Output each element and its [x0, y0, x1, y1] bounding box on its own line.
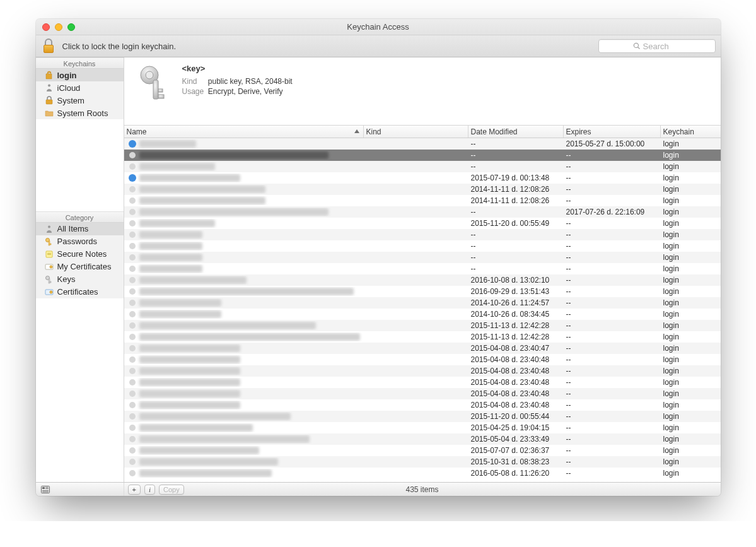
col-expires[interactable]: Expires: [564, 126, 661, 138]
sidebar-keychains-header: Keychains: [36, 57, 124, 69]
table-row[interactable]: 2015-07-07 d. 02:36:37--login: [124, 445, 721, 456]
table-row[interactable]: 2015-07-19 d. 00:13:48--login: [124, 172, 721, 184]
table-row[interactable]: ----login: [124, 150, 721, 161]
redacted-name: [139, 322, 316, 329]
table-row[interactable]: 2015-10-31 d. 08:38:23--login: [124, 456, 721, 468]
table-row[interactable]: 2016-05-08 d. 11:26:20--login: [124, 468, 721, 479]
col-date-modified[interactable]: Date Modified: [468, 126, 564, 138]
lock-hint-text: Click to lock the login keychain.: [62, 42, 592, 51]
cell-date-modified: --: [468, 264, 564, 273]
redacted-name: [139, 458, 278, 466]
table-row[interactable]: 2015-11-20 d. 00:55:44--login: [124, 411, 721, 422]
cell-date-modified: --: [468, 208, 564, 216]
table-row[interactable]: 2014-10-26 d. 08:34:45--login: [124, 309, 721, 320]
table-row[interactable]: 2015-05-04 d. 23:33:49--login: [124, 433, 721, 445]
cell-keychain: login: [661, 298, 721, 307]
redacted-name: [139, 151, 329, 159]
table-row[interactable]: --2017-07-26 d. 22:16:09login: [124, 206, 721, 218]
category-item-my-certificates[interactable]: My Certificates: [36, 261, 124, 273]
table-row[interactable]: ----login: [124, 263, 721, 274]
table-row[interactable]: ----login: [124, 229, 721, 240]
statusbar-left: [36, 483, 124, 496]
svg-rect-8: [47, 254, 51, 255]
category-item-keys[interactable]: Keys: [36, 273, 124, 286]
table-row[interactable]: 2016-10-08 d. 13:02:10--login: [124, 274, 721, 286]
redacted-name: [139, 344, 240, 352]
svg-rect-18: [153, 80, 158, 99]
keychain-item-login[interactable]: login: [36, 69, 124, 81]
redacted-name: [139, 288, 354, 295]
cell-keychain: login: [661, 276, 721, 285]
figure-icon: [45, 83, 54, 92]
table-row[interactable]: 2015-04-08 d. 23:40:48--login: [124, 388, 721, 399]
table-row[interactable]: --2015-05-27 d. 15:00:00login: [124, 138, 721, 150]
table-row[interactable]: 2015-04-08 d. 23:40:48--login: [124, 354, 721, 365]
svg-point-24: [129, 174, 136, 182]
table-row[interactable]: 2014-11-11 d. 12:08:26--login: [124, 195, 721, 206]
svg-point-49: [129, 459, 136, 465]
svg-rect-53: [45, 487, 49, 488]
cell-expires: --: [564, 457, 661, 466]
cell-date-modified: 2015-04-08 d. 23:40:47: [468, 344, 564, 353]
row-item-icon: [128, 196, 137, 205]
redacted-name: [139, 424, 253, 432]
redacted-name: [139, 140, 196, 148]
redacted-name: [139, 333, 360, 341]
col-name[interactable]: Name: [124, 126, 364, 138]
svg-rect-5: [50, 244, 51, 245]
table-row[interactable]: 2016-09-29 d. 13:51:43--login: [124, 286, 721, 297]
svg-point-2: [48, 225, 50, 228]
svg-rect-54: [45, 488, 49, 489]
row-item-icon: [128, 332, 137, 341]
keychain-item-icloud[interactable]: iCloud: [36, 81, 124, 94]
category-item-passwords[interactable]: Passwords: [36, 235, 124, 248]
window-title: Keychain Access: [36, 22, 721, 32]
svg-point-41: [129, 368, 136, 374]
cell-keychain: login: [661, 378, 721, 387]
table-row[interactable]: 2015-04-25 d. 19:04:15--login: [124, 422, 721, 433]
table-row[interactable]: ----login: [124, 252, 721, 263]
lock-keychain-button[interactable]: [41, 38, 56, 54]
row-item-icon: [128, 264, 137, 273]
sidebar: Keychains loginiCloudSystemSystem Roots …: [36, 57, 124, 482]
table-row[interactable]: ----login: [124, 240, 721, 252]
table-row[interactable]: 2015-11-13 d. 12:42:28--login: [124, 331, 721, 343]
copy-button[interactable]: Copy: [159, 485, 184, 495]
table-row[interactable]: 2015-04-08 d. 23:40:48--login: [124, 365, 721, 377]
detail-kind-label: Kind: [182, 77, 206, 86]
keychain-item-system[interactable]: System: [36, 94, 124, 107]
table-row[interactable]: 2015-11-13 d. 12:42:28--login: [124, 320, 721, 331]
table-row[interactable]: 2015-04-08 d. 23:40:48--login: [124, 399, 721, 411]
cell-date-modified: 2016-10-08 d. 13:02:10: [468, 276, 564, 285]
search-input[interactable]: [643, 42, 681, 51]
table-row[interactable]: 2014-10-26 d. 11:24:57--login: [124, 297, 721, 309]
keychain-item-system-roots[interactable]: System Roots: [36, 107, 124, 119]
cell-expires: --: [564, 185, 661, 194]
category-item-all-items[interactable]: All Items: [36, 223, 124, 235]
table-row[interactable]: 2015-04-08 d. 23:40:48--login: [124, 377, 721, 388]
table-row[interactable]: ----login: [124, 161, 721, 172]
info-button[interactable]: i: [144, 485, 155, 495]
cell-keychain: login: [661, 469, 721, 478]
svg-rect-55: [42, 490, 49, 491]
cell-date-modified: 2014-11-11 d. 12:08:26: [468, 185, 564, 194]
table-row[interactable]: 2015-11-20 d. 00:55:49--login: [124, 218, 721, 229]
category-item-secure-notes[interactable]: Secure Notes: [36, 248, 124, 261]
svg-point-26: [129, 197, 136, 204]
preview-toggle-icon[interactable]: [41, 486, 50, 493]
col-keychain[interactable]: Keychain: [661, 126, 721, 138]
search-field[interactable]: [598, 39, 716, 53]
col-kind[interactable]: Kind: [364, 126, 468, 138]
category-item-certificates[interactable]: Certificates: [36, 286, 124, 298]
row-item-icon: [128, 185, 137, 194]
category-item-label: My Certificates: [57, 262, 112, 271]
table-row[interactable]: 2015-04-08 d. 23:40:47--login: [124, 343, 721, 354]
keychain-access-window: Keychain Access Click to lock the login …: [36, 19, 721, 496]
folder-icon: [45, 109, 54, 117]
table-rows[interactable]: --2015-05-27 d. 15:00:00login----login--…: [124, 138, 721, 482]
table-row[interactable]: 2014-11-11 d. 12:08:26--login: [124, 184, 721, 195]
add-item-button[interactable]: +: [128, 485, 141, 495]
detail-usage-label: Usage: [182, 87, 206, 96]
row-item-icon: [128, 355, 137, 364]
svg-point-0: [48, 85, 50, 87]
